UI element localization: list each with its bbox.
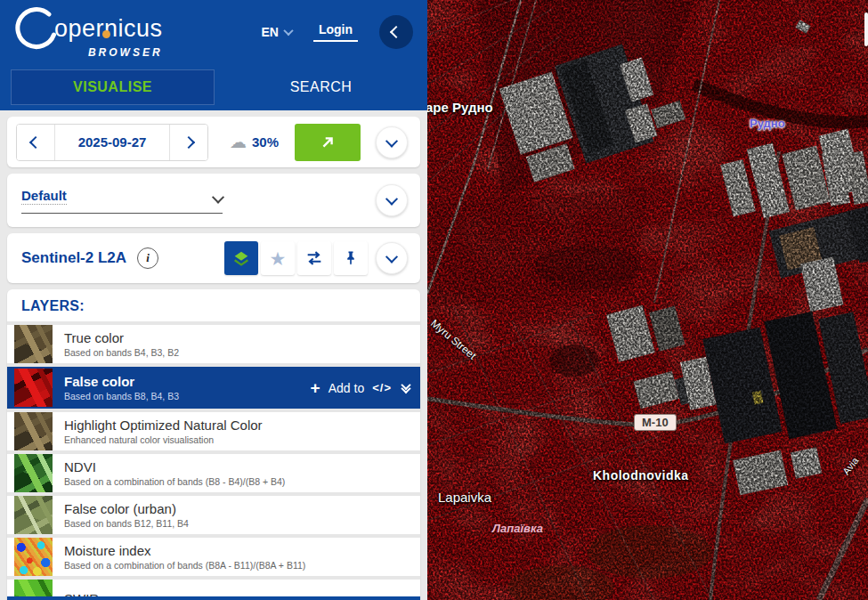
layer-subtitle: Based on bands B12, B11, B4	[64, 518, 189, 529]
layer-thumbnail	[14, 496, 53, 534]
compare-button[interactable]	[297, 241, 331, 275]
layer-subtitle: Based on a combination of bands (B8A - B…	[64, 560, 305, 571]
chevron-down-icon	[212, 191, 224, 203]
sidebar-panel: opernicus BROWSER EN Login	[0, 0, 427, 600]
cloud-icon: ☁	[230, 134, 247, 150]
chevron-down-icon	[283, 26, 293, 36]
satellite-imagery	[427, 0, 868, 600]
main-tabs: VISUALISE SEARCH	[0, 64, 427, 110]
layer-title: Moisture index	[64, 543, 305, 558]
layer-title: False color	[64, 374, 179, 389]
tab-visualise[interactable]: VISUALISE	[11, 69, 215, 105]
diagonal-arrow-icon	[318, 133, 337, 152]
chevron-down-icon	[385, 251, 398, 264]
layer-row-false-color-selected[interactable]: False color Based on bands B8, B4, B3 + …	[7, 367, 420, 409]
cloud-coverage: ☁ 30%	[230, 134, 279, 150]
layer-row-moisture-index[interactable]: Moisture index Based on a combination of…	[7, 538, 420, 576]
dataset-name: Sentinel-2 L2A	[21, 249, 126, 267]
bottom-edge-strip	[7, 596, 420, 600]
layers-icon	[231, 248, 251, 268]
layer-title: Highlight Optimized Natural Color	[64, 418, 263, 433]
layer-thumbnail	[14, 325, 53, 363]
show-results-button[interactable]	[295, 124, 361, 161]
layer-thumbnail	[14, 538, 53, 576]
date-selection-card: 2025-09-27 ☁ 30%	[7, 117, 420, 167]
layer-title: False color (urban)	[64, 501, 189, 516]
copernicus-logo[interactable]: opernicus BROWSER	[14, 6, 163, 59]
layer-subtitle: Based on a combination of bands (B8 - B4…	[64, 476, 285, 487]
chevron-down-icon	[385, 134, 398, 147]
pushpin-icon	[342, 249, 360, 267]
logo-satellite-dot-icon	[102, 30, 110, 38]
collection-dropdown[interactable]: Default	[21, 188, 223, 214]
expand-dataset-section-button[interactable]	[376, 242, 408, 274]
layer-thumbnail	[14, 369, 53, 407]
app-header: opernicus BROWSER EN Login	[0, 0, 427, 110]
layer-thumbnail	[14, 454, 53, 492]
swap-arrows-icon	[304, 248, 324, 268]
map-canvas[interactable]: аре Рудно Рудно Myru Street M-10 Kholodn…	[427, 0, 868, 600]
logo-subtitle: BROWSER	[14, 46, 163, 59]
layer-thumbnail	[14, 412, 53, 450]
dataset-card: Sentinel-2 L2A i ★	[7, 233, 420, 283]
custom-script-button[interactable]: </>	[372, 381, 392, 394]
language-selector[interactable]: EN	[261, 25, 291, 39]
layer-subtitle: Enhanced natural color visualisation	[64, 434, 263, 445]
date-value[interactable]: 2025-09-27	[54, 125, 170, 160]
app-window: аре Рудно Рудно Myru Street M-10 Kholodn…	[0, 0, 868, 600]
layer-title: NDVI	[64, 459, 285, 474]
collapse-layer-details-button[interactable]	[402, 383, 410, 393]
layer-row-highlight-optimized[interactable]: Highlight Optimized Natural Color Enhanc…	[7, 412, 420, 450]
expand-collection-section-button[interactable]	[376, 184, 408, 216]
collection-card: Default	[7, 174, 420, 227]
chevron-right-icon	[183, 135, 195, 148]
language-value: EN	[261, 25, 278, 39]
map-control-cutoff[interactable]	[864, 12, 868, 46]
next-date-button[interactable]	[170, 125, 207, 160]
star-icon: ★	[270, 249, 287, 268]
chevron-left-icon	[29, 135, 42, 148]
layer-row-ndvi[interactable]: NDVI Based on a combination of bands (B8…	[7, 454, 420, 492]
chevron-left-icon	[390, 26, 402, 38]
layer-row-false-color-urban[interactable]: False color (urban) Based on bands B12, …	[7, 496, 420, 534]
add-to-button[interactable]: Add to	[329, 381, 364, 395]
collapse-sidebar-button[interactable]	[379, 15, 413, 49]
previous-date-button[interactable]	[17, 125, 54, 160]
login-button[interactable]: Login	[313, 22, 358, 42]
layer-title: True color	[64, 330, 179, 345]
favourite-button[interactable]: ★	[261, 241, 295, 275]
layer-row-true-color[interactable]: True color Based on bands B4, B3, B2	[7, 325, 420, 363]
date-picker: 2025-09-27	[16, 124, 208, 161]
layers-view-button[interactable]	[224, 241, 258, 275]
tab-search[interactable]: SEARCH	[215, 79, 427, 95]
cloud-coverage-value: 30%	[252, 134, 279, 150]
logo-text: opernicus	[54, 15, 163, 43]
chevron-down-icon	[385, 193, 398, 206]
pin-button[interactable]	[334, 241, 368, 275]
dataset-info-button[interactable]: i	[137, 247, 158, 269]
plus-icon: +	[311, 379, 320, 396]
expand-date-section-button[interactable]	[376, 126, 408, 158]
layer-subtitle: Based on bands B8, B4, B3	[64, 391, 179, 401]
layer-subtitle: Based on bands B4, B3, B2	[64, 347, 179, 358]
layers-heading: LAYERS:	[7, 289, 420, 321]
layers-panel: LAYERS: True color Based on bands B4, B3…	[7, 289, 420, 600]
collection-value: Default	[21, 188, 67, 205]
